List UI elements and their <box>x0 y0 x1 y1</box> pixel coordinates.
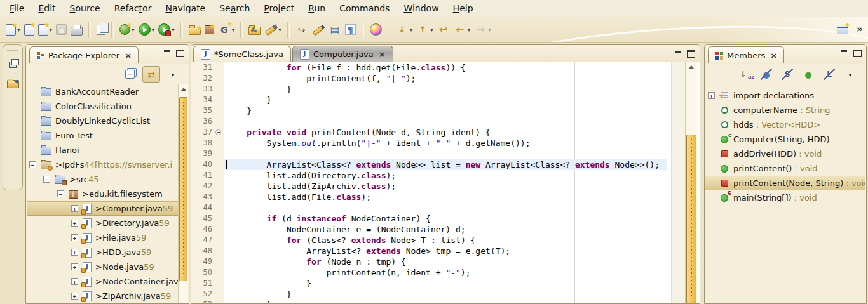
tree-item-Directory.java[interactable]: +J> Directory.java 59 <box>27 216 179 230</box>
overview-ruler[interactable] <box>671 62 686 303</box>
dropdown-caret-icon[interactable]: ▾ <box>430 27 433 33</box>
expand-icon[interactable]: + <box>71 293 78 300</box>
menu-navigate[interactable]: Navigate <box>158 1 212 15</box>
synchronize-button[interactable] <box>95 20 107 39</box>
sort-button[interactable]: ↓ <box>737 67 754 82</box>
debug-button[interactable]: ▾ <box>118 20 137 39</box>
code-line-43[interactable]: 43 list.add(File.class); <box>191 192 667 202</box>
code-line-35[interactable]: 35 } <box>191 105 667 116</box>
close-tab-icon[interactable]: × <box>379 50 386 59</box>
drag-handle[interactable] <box>7 50 18 51</box>
scrollbar-thumb[interactable] <box>686 135 696 303</box>
expand-icon[interactable]: + <box>71 205 78 212</box>
menu-run[interactable]: Run <box>301 1 332 15</box>
code-line-49[interactable]: 49 for (Node n : tmp) { <box>191 256 667 267</box>
code-line-33[interactable]: 33 } <box>191 84 667 95</box>
collapse-icon[interactable]: − <box>43 176 50 183</box>
code-line-45[interactable]: 45 if (d instanceof NodeContainer) { <box>191 213 667 224</box>
dropdown-caret-icon[interactable]: ▾ <box>468 27 471 33</box>
toolbar-overflow-chevron[interactable]: » <box>857 23 863 35</box>
tree-item-DoublyLinkedCyclicList[interactable]: DoublyLinkedCyclicList <box>27 114 179 128</box>
close-view-icon[interactable]: × <box>125 51 132 60</box>
new-wizard-button[interactable]: ▾ <box>4 20 22 39</box>
package-explorer-scrollbar[interactable] <box>178 84 188 303</box>
view-menu-button[interactable]: ▾ <box>842 67 858 82</box>
link-with-editor-button[interactable]: ⇄ <box>142 66 160 83</box>
member-item-addDriveHDD[interactable]: addDrive(HDD) : void <box>705 147 865 161</box>
code-line-51[interactable]: 51 } <box>191 278 667 289</box>
scroll-up-icon[interactable] <box>686 62 697 71</box>
tree-item-File.java[interactable]: +J> File.java 59 <box>27 230 179 245</box>
filter-local-button[interactable]: L <box>821 67 837 82</box>
run-button[interactable]: ▾ <box>137 20 157 39</box>
expand-icon[interactable]: + <box>71 249 78 256</box>
tree-item-ZipArchiv.java[interactable]: +J> ZipArchiv.java 59 <box>27 289 179 303</box>
menu-search[interactable]: Search <box>212 1 257 15</box>
console-button[interactable]: ▤ <box>327 20 343 39</box>
forward-button[interactable]: →▾ <box>472 20 493 39</box>
minimize-button[interactable] <box>163 50 172 56</box>
tree-item-edu.kit.filesystem[interactable]: −> edu.kit.filesystem <box>27 187 179 201</box>
tree-item-ColorClassification[interactable]: ColorClassification <box>27 99 179 114</box>
dropdown-caret-icon[interactable]: ▾ <box>488 27 491 33</box>
next-annotation-button[interactable]: ↓▾ <box>394 20 415 39</box>
new-package-button[interactable] <box>203 20 216 39</box>
code-line-39[interactable]: 39 <box>191 149 667 159</box>
new-class-wizard-button[interactable]: G▾ <box>216 20 237 39</box>
members-tab[interactable]: Members × <box>708 46 784 63</box>
code-line-31[interactable]: 31 for (File f : hdd.get(File.class)) { <box>191 62 667 73</box>
new-editor-button[interactable]: ▾ <box>36 20 55 39</box>
menu-window[interactable]: Window <box>397 1 445 15</box>
code-line-53[interactable]: 53 } <box>191 300 667 303</box>
editor-tab-SomeClass.java[interactable]: J*SomeClass.java <box>193 46 291 62</box>
code-line-34[interactable]: 34 } <box>191 95 667 105</box>
expand-icon[interactable]: + <box>71 263 78 270</box>
code-line-37[interactable]: 37 private void printContent(Node d, Str… <box>191 127 667 138</box>
code-line-48[interactable]: 48 ArrayList<? extends Node> tmp = e.get… <box>191 246 667 256</box>
package-explorer-tab[interactable]: Package Explorer × <box>29 46 139 63</box>
member-item-computerName[interactable]: computerName : String <box>705 103 865 117</box>
code-line-52[interactable]: 52 } <box>191 289 667 300</box>
member-item-printContentNodeString[interactable]: printContent(Node, String) : void <box>705 176 865 190</box>
code-line-50[interactable]: 50 printContent(n, ident + "-"); <box>191 267 667 278</box>
tree-item-IpdFs[interactable]: −> IpdFs 44 [https://svnserver.i <box>27 157 179 172</box>
last-edit-location-button[interactable]: ↩ <box>435 20 452 39</box>
dropdown-caret-icon[interactable]: ▾ <box>132 27 135 33</box>
editor-tab-Computer.java[interactable]: JComputer.java× <box>292 46 393 62</box>
tree-item-BankAccountReader[interactable]: BankAccountReader <box>27 84 179 99</box>
menu-source[interactable]: Source <box>63 1 107 15</box>
tree-item-Hanoi[interactable]: Hanoi <box>27 143 179 157</box>
code-line-38[interactable]: 38 System.out.println("|-" + ident + " "… <box>191 138 667 149</box>
member-item-printContent[interactable]: printContent() : void <box>705 161 865 176</box>
member-item-hdds[interactable]: hdds : Vector<HDD> <box>705 117 865 132</box>
editor-scrollbar[interactable] <box>685 62 697 303</box>
print-button[interactable] <box>69 20 85 39</box>
search-button[interactable]: ▾ <box>262 20 283 39</box>
code-line-41[interactable]: 41 list.add(Directory.class); <box>191 170 667 181</box>
maximize-button[interactable] <box>176 50 184 56</box>
code-editor[interactable]: 31 for (File f : hdd.get(File.class)) {3… <box>191 62 700 303</box>
tree-item-Computer.java[interactable]: +J> Computer.java 59 <box>27 201 179 216</box>
restore-view-button[interactable] <box>5 57 20 72</box>
code-line-44[interactable]: 44 <box>191 202 667 213</box>
collapse-all-button[interactable]: − <box>121 67 138 82</box>
prev-annotation-button[interactable]: ↑▾ <box>414 20 435 39</box>
back-button[interactable]: ←▾ <box>452 20 473 39</box>
maximize-button[interactable] <box>853 50 862 56</box>
web-browser-button[interactable] <box>368 20 384 39</box>
code-line-47[interactable]: 47 for (Class<? extends Node> T : list) … <box>191 235 667 246</box>
dropdown-caret-icon[interactable]: ▾ <box>152 27 155 33</box>
dropdown-caret-icon[interactable]: ▾ <box>278 27 281 33</box>
filter-fields-button[interactable]: ● <box>758 67 775 82</box>
member-item-importdeclarations[interactable]: +import declarations <box>705 88 865 103</box>
dropdown-caret-icon[interactable]: ▾ <box>50 27 53 33</box>
highlighter-button[interactable] <box>310 20 327 39</box>
collapse-icon[interactable]: − <box>57 190 64 197</box>
dropdown-caret-icon[interactable]: ▾ <box>172 27 175 33</box>
dropdown-caret-icon[interactable]: ▾ <box>232 27 235 33</box>
dropdown-caret-icon[interactable]: ▾ <box>410 27 413 33</box>
tree-item-NodeContainer.java[interactable]: +J> NodeContainer.java 59 <box>27 274 179 289</box>
new-class-button[interactable] <box>22 20 36 39</box>
code-line-46[interactable]: 46 NodeContainer e = (NodeContainer) d; <box>191 224 667 235</box>
save-button[interactable] <box>54 20 69 39</box>
